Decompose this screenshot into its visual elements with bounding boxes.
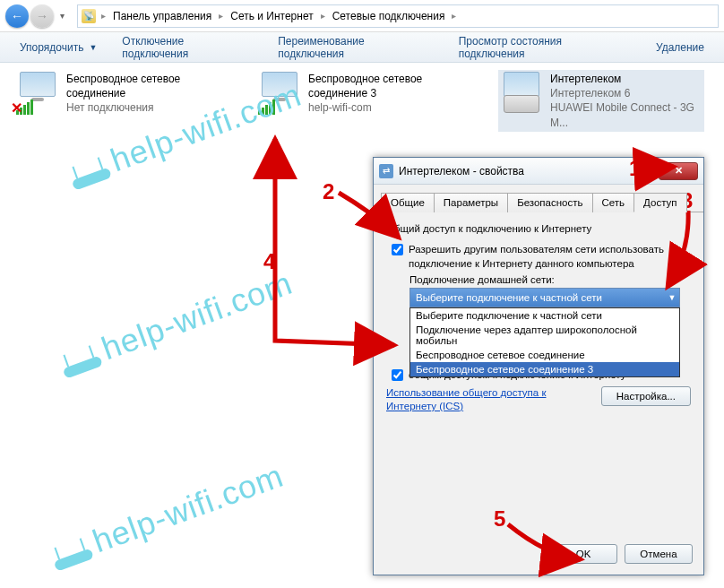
- toolbar-organize-label: Упорядочить: [20, 41, 83, 54]
- toolbar-rename[interactable]: Переименование подключения: [265, 30, 445, 65]
- dialog-icon: ⇄: [379, 164, 393, 178]
- connections-list: ✕ Беспроводное сетевое соединение Нет по…: [14, 70, 710, 132]
- breadcrumb[interactable]: 📡 ▸ Панель управления ▸ Сеть и Интернет …: [77, 4, 719, 28]
- dialog-tabs: Общие Параметры Безопасность Сеть Доступ: [374, 185, 703, 212]
- bc-network-connections[interactable]: Сетевые подключения: [329, 10, 449, 22]
- connection-name: Беспроводное сетевое соединение: [66, 72, 219, 100]
- bc-network-internet[interactable]: Сеть и Интернет: [227, 10, 316, 22]
- connection-item-wifi3[interactable]: Беспроводное сетевое соединение 3 help-w…: [256, 70, 462, 132]
- allow-sharing-checkbox[interactable]: [392, 244, 403, 255]
- nav-header: ← → ▾ 📡 ▸ Панель управления ▸ Сеть и Инт…: [0, 0, 724, 32]
- modem-icon: [500, 72, 543, 115]
- toolbar-organize[interactable]: Упорядочить ▼: [7, 36, 109, 59]
- combo-option[interactable]: Выберите подключение к частной сети: [410, 308, 679, 323]
- tab-security[interactable]: Безопасность: [507, 193, 592, 212]
- home-network-label: Подключение домашней сети:: [409, 274, 691, 285]
- section-title: Общий доступ к подключению к Интернету: [386, 223, 691, 234]
- error-x-icon: ✕: [11, 99, 22, 117]
- connection-name: Беспроводное сетевое соединение 3: [308, 72, 461, 100]
- cancel-button[interactable]: Отмена: [625, 544, 693, 564]
- chevron-right-icon[interactable]: ▸: [450, 11, 458, 21]
- chevron-down-icon: ▼: [666, 290, 678, 305]
- bc-control-panel[interactable]: Панель управления: [109, 10, 215, 22]
- history-dropdown-icon[interactable]: ▾: [56, 5, 68, 27]
- connection-status: Нет подключения: [66, 100, 219, 115]
- chevron-right-icon[interactable]: ▸: [217, 11, 225, 21]
- combo-option[interactable]: Подключение через адаптер широкополосной…: [410, 323, 679, 348]
- tab-access[interactable]: Доступ: [634, 193, 686, 212]
- tab-body-access: Общий доступ к подключению к Интернету Р…: [374, 212, 703, 535]
- toolbar-view-status[interactable]: Просмотр состояния подключения: [446, 30, 643, 65]
- ok-button[interactable]: OK: [549, 544, 617, 564]
- back-button[interactable]: ←: [5, 4, 29, 28]
- dialog-title: Интертелеком - свойства: [399, 165, 653, 177]
- properties-dialog: ⇄ Интертелеком - свойства ✕ Общие Параме…: [373, 157, 704, 575]
- forward-button[interactable]: →: [30, 4, 54, 28]
- toolbar-delete[interactable]: Удаление: [643, 36, 717, 59]
- allow-sharing-label: Разрешить другим пользователям сети испо…: [409, 243, 691, 271]
- toolbar-disable[interactable]: Отключение подключения: [109, 30, 265, 65]
- connection-device: HUAWEI Mobile Connect - 3G M...: [550, 100, 702, 129]
- dialog-titlebar[interactable]: ⇄ Интертелеком - свойства ✕: [374, 158, 703, 185]
- tab-network[interactable]: Сеть: [592, 193, 635, 212]
- combo-option[interactable]: Беспроводное сетевое соединение 3: [410, 362, 679, 376]
- tab-general[interactable]: Общие: [381, 193, 435, 212]
- connection-status: Интертелеком 6: [550, 86, 702, 100]
- settings-button[interactable]: Настройка...: [601, 386, 691, 406]
- combo-selected-value: Выберите подключение к частной сети: [416, 292, 602, 303]
- connection-item-wifi[interactable]: ✕ Беспроводное сетевое соединение Нет по…: [14, 70, 220, 132]
- wifi-icon: [258, 72, 301, 115]
- connection-name: Интертелеком: [550, 72, 702, 86]
- chevron-right-icon[interactable]: ▸: [99, 11, 108, 21]
- connection-item-intertelecom[interactable]: Интертелеком Интертелеком 6 HUAWEI Mobil…: [498, 70, 704, 132]
- combo-dropdown-list: Выберите подключение к частной сети Подк…: [409, 307, 680, 377]
- wifi-icon: ✕: [16, 72, 59, 115]
- allow-control-checkbox[interactable]: [392, 369, 403, 381]
- home-network-select[interactable]: Выберите подключение к частной сети ▼ Вы…: [409, 288, 680, 307]
- chevron-down-icon: ▼: [89, 43, 97, 52]
- toolbar: Упорядочить ▼ Отключение подключения Пер…: [0, 32, 724, 63]
- tab-parameters[interactable]: Параметры: [434, 193, 508, 212]
- networks-icon: 📡: [82, 9, 96, 23]
- chevron-right-icon[interactable]: ▸: [319, 11, 327, 21]
- connection-sub: help-wifi-com: [308, 100, 461, 115]
- ics-link[interactable]: Использование общего доступа к Интернету…: [386, 386, 592, 414]
- close-button[interactable]: ✕: [659, 162, 698, 180]
- combo-option[interactable]: Беспроводное сетевое соединение: [410, 348, 679, 362]
- dialog-footer: OK Отмена: [374, 535, 703, 575]
